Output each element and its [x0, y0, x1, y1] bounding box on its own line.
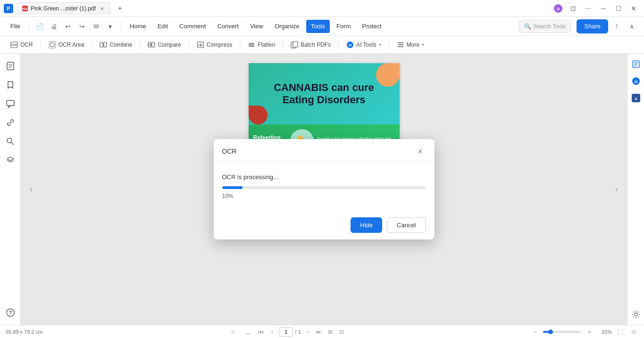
email-icon[interactable]: ✉: [90, 20, 103, 33]
prev-page-btn[interactable]: ‹: [268, 327, 277, 337]
first-page-btn[interactable]: ⏮: [256, 327, 266, 337]
dialog-header: OCR ✕: [214, 139, 435, 162]
undo-icon[interactable]: ↩: [61, 20, 75, 33]
zoom-level: 15%: [598, 329, 612, 335]
menubar: File 📄 🖨 ↩ ↪ ✉ ▾ Home Edit Comment Conve…: [0, 17, 644, 36]
last-page-btn[interactable]: ⏭: [314, 327, 324, 337]
fit-width-btn[interactable]: ⊟: [337, 327, 346, 337]
compare-btn[interactable]: VS Compare: [143, 38, 185, 51]
new-tab-btn[interactable]: +: [114, 3, 125, 14]
sidebar-layers-icon[interactable]: [2, 152, 19, 169]
menu-protect[interactable]: Protect: [357, 20, 386, 33]
compare-label: Compare: [158, 41, 181, 48]
ocr-area-btn[interactable]: OCR Area: [44, 38, 89, 51]
flatten-icon: [248, 41, 255, 49]
combine-label: Combine: [109, 41, 132, 48]
progress-bar-container: [222, 186, 426, 189]
upload-icon[interactable]: ↑: [610, 20, 623, 33]
compress-btn[interactable]: Compress: [192, 38, 237, 51]
toolbar-sep1: [41, 40, 41, 49]
more-label: More: [407, 41, 419, 48]
cancel-button[interactable]: Cancel: [387, 217, 426, 233]
combine-icon: [100, 41, 107, 49]
progress-percent: 10%: [222, 193, 426, 199]
menu-view[interactable]: View: [245, 20, 268, 33]
menu-file[interactable]: File: [6, 21, 25, 32]
next-page-btn[interactable]: ›: [303, 327, 312, 337]
menu-form[interactable]: Form: [332, 20, 355, 33]
more-btn[interactable]: More ▾: [392, 38, 429, 51]
ocr-btn[interactable]: OCR OCR: [6, 38, 38, 51]
svg-rect-14: [152, 42, 155, 47]
toolbar-icons: 📄 🖨 ↩ ↪ ✉ ▾: [33, 20, 117, 33]
right-sidebar-word-icon[interactable]: A: [629, 91, 643, 105]
collapse-icon[interactable]: ∧: [625, 20, 638, 33]
right-sidebar-ai-icon[interactable]: AI: [629, 74, 643, 88]
batch-pdfs-icon: [291, 41, 298, 49]
ai-tools-btn[interactable]: AI AI Tools ▾: [342, 38, 385, 51]
content-area: ‹ › CANNABIS can cure Eating Disorders R…: [21, 54, 627, 325]
tab-title: Pink Green ...oster (1).pdf: [31, 5, 96, 12]
minimize-btn[interactable]: ─: [597, 2, 610, 15]
zoom-in-btn[interactable]: ＋: [585, 327, 594, 337]
ocr-icon: OCR: [10, 41, 18, 49]
svg-text:U: U: [557, 7, 560, 11]
menu-edit[interactable]: Edit: [153, 20, 173, 33]
menu-comment[interactable]: Comment: [175, 20, 210, 33]
zoom-slider-thumb: [548, 330, 553, 334]
menu-home[interactable]: Home: [125, 20, 151, 33]
toolbar-sep4: [189, 40, 189, 49]
user-icon-btn[interactable]: U: [552, 2, 565, 15]
tab-pdf[interactable]: PDF Pink Green ...oster (1).pdf ✕: [17, 2, 110, 15]
svg-rect-10: [100, 42, 103, 47]
menu-tools[interactable]: Tools: [306, 20, 330, 33]
hide-button[interactable]: Hide: [351, 217, 382, 233]
sidebar-bookmark-icon[interactable]: [2, 76, 19, 93]
sidebar-help-icon[interactable]: ?: [2, 304, 19, 321]
more-options-icon[interactable]: ⋯: [582, 2, 595, 15]
sidebar-page-icon[interactable]: [2, 58, 19, 74]
svg-rect-11: [104, 42, 107, 47]
zoom-out-btn[interactable]: －: [530, 327, 539, 337]
ocr-label: OCR: [20, 41, 33, 48]
cursor-tool-btn[interactable]: ☞: [226, 325, 239, 338]
minimize-window-icon[interactable]: ⊡: [567, 2, 580, 15]
maximize-btn[interactable]: ☐: [612, 2, 625, 15]
close-btn[interactable]: ✕: [627, 2, 640, 15]
dimensions-label: 55.99 x 79.2 cm: [6, 329, 42, 335]
batch-pdfs-btn[interactable]: Batch PDFs: [286, 38, 335, 51]
combine-btn[interactable]: Combine: [95, 38, 137, 51]
sidebar-comment-icon[interactable]: [2, 95, 19, 112]
menu-organize[interactable]: Organize: [270, 20, 304, 33]
redo-icon[interactable]: ↪: [75, 20, 89, 33]
sidebar-search-icon[interactable]: [2, 133, 19, 150]
ocr-status-text: OCR is processing...: [222, 173, 426, 181]
svg-point-53: [635, 313, 637, 316]
dropdown-icon[interactable]: ▾: [104, 20, 117, 33]
new-file-icon[interactable]: 📄: [33, 20, 46, 33]
toolbar-sep7: [338, 40, 339, 49]
help-circle-btn[interactable]: ⊙: [629, 327, 638, 337]
dialog-overlay: OCR ✕ OCR is processing... 10% Hide Canc…: [21, 54, 627, 325]
dialog-close-btn[interactable]: ✕: [415, 146, 426, 157]
flatten-btn[interactable]: Flatten: [243, 38, 280, 51]
search-tools-btn[interactable]: 🔍 Search Tools: [519, 20, 571, 33]
fullscreen-btn[interactable]: ⛶: [616, 327, 625, 337]
share-button[interactable]: Share: [577, 19, 608, 33]
print-icon[interactable]: 🖨: [47, 20, 60, 33]
toolbar-sep8: [389, 40, 389, 49]
right-sidebar-properties-icon[interactable]: [629, 58, 643, 71]
menu-convert[interactable]: Convert: [212, 20, 243, 33]
text-select-tool-btn[interactable]: ⎵: [241, 325, 254, 338]
right-sidebar-settings-icon[interactable]: [629, 308, 643, 321]
page-number-input[interactable]: [279, 327, 293, 337]
zoom-slider[interactable]: [543, 331, 581, 333]
ocr-area-icon: [49, 41, 56, 49]
svg-text:PDF: PDF: [22, 8, 28, 10]
svg-text:P: P: [7, 6, 10, 11]
statusbar-left: 55.99 x 79.2 cm: [6, 329, 42, 335]
sidebar-link-icon[interactable]: [2, 114, 19, 131]
fit-page-btn[interactable]: ⊞: [326, 327, 335, 337]
tab-close-btn[interactable]: ✕: [99, 5, 105, 12]
more-chevron: ▾: [422, 42, 424, 47]
